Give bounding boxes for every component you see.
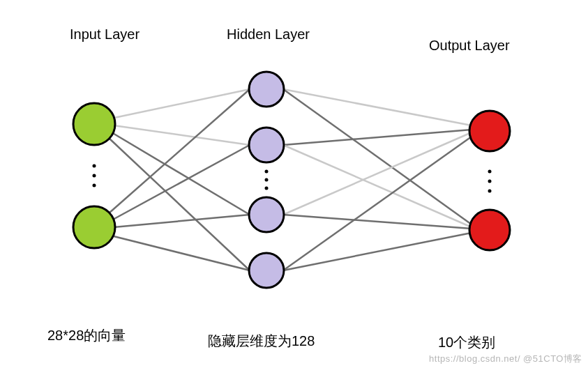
svg-line-12 <box>283 132 472 215</box>
svg-line-10 <box>283 130 472 145</box>
svg-point-20 <box>265 178 269 182</box>
network-diagram <box>0 0 588 368</box>
svg-line-1 <box>114 125 250 145</box>
hidden-node <box>249 197 284 232</box>
hidden-node <box>249 72 284 107</box>
edges-hidden-output <box>283 89 472 270</box>
svg-point-24 <box>488 190 492 193</box>
output-node <box>469 210 510 250</box>
input-layer-nodes <box>73 103 115 248</box>
svg-line-13 <box>283 215 472 229</box>
svg-line-3 <box>109 138 250 270</box>
ellipsis-icon <box>93 164 96 187</box>
ellipsis-icon <box>265 170 269 190</box>
ellipsis-icon <box>488 170 492 193</box>
input-node <box>73 206 115 248</box>
svg-line-4 <box>109 89 250 213</box>
svg-line-7 <box>111 236 250 270</box>
hidden-node <box>249 128 284 162</box>
output-node <box>469 111 510 151</box>
svg-line-0 <box>111 89 250 118</box>
svg-line-15 <box>283 233 472 270</box>
svg-line-2 <box>112 132 250 215</box>
svg-point-19 <box>265 170 269 174</box>
svg-point-18 <box>93 184 96 187</box>
input-node <box>73 103 115 145</box>
edges-input-hidden <box>109 89 250 270</box>
svg-line-5 <box>112 145 250 220</box>
svg-line-6 <box>114 215 250 227</box>
output-layer-nodes <box>469 111 510 250</box>
svg-point-17 <box>93 174 96 178</box>
svg-line-8 <box>283 89 472 125</box>
hidden-layer-nodes <box>249 72 284 288</box>
svg-point-23 <box>488 180 492 183</box>
svg-point-22 <box>488 170 492 174</box>
svg-point-21 <box>265 187 269 190</box>
hidden-node <box>249 253 284 288</box>
svg-point-16 <box>93 164 96 168</box>
